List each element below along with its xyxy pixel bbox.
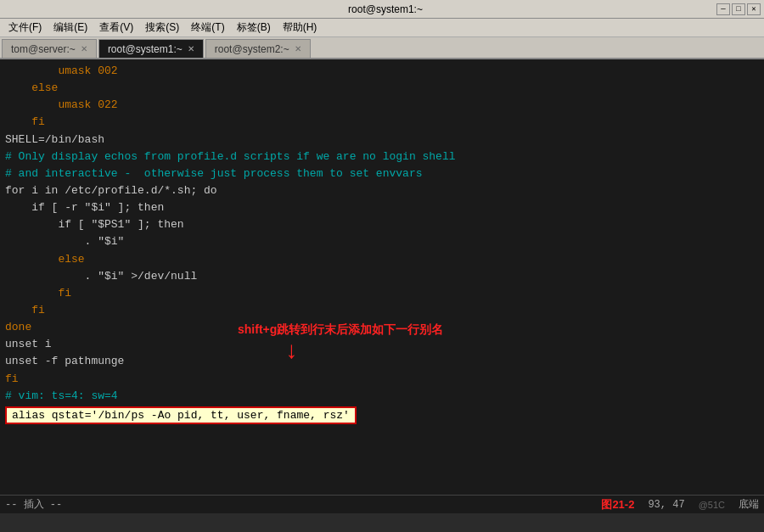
editor-mode: -- 插入 --: [5, 497, 62, 512]
code-line-19: unset -f pathmunge: [5, 353, 759, 370]
bottom-right: 图21-2 93, 47 @51C 底端: [601, 497, 759, 512]
tab-1[interactable]: root@system1:~✕: [98, 39, 204, 58]
tab-label-1: root@system1:~: [108, 43, 183, 55]
window-controls: ─ □ ✕: [716, 3, 761, 15]
tab-0[interactable]: tom@server:~✕: [2, 39, 97, 58]
menu-item-t[interactable]: 终端(T): [186, 19, 229, 36]
menu-item-f[interactable]: 文件(F): [3, 19, 47, 36]
bottom-side-label: 底端: [739, 497, 759, 512]
menu-item-b[interactable]: 标签(B): [232, 19, 276, 36]
code-line-7: # and interactive - otherwise just proce…: [5, 165, 759, 182]
menu-item-e[interactable]: 编辑(E): [48, 19, 93, 36]
tab-label-0: tom@server:~: [11, 43, 76, 55]
tab-close-0[interactable]: ✕: [81, 44, 87, 53]
tab-2[interactable]: root@system2:~✕: [205, 39, 311, 58]
code-line-2: umask 022: [5, 97, 759, 114]
maximize-button[interactable]: □: [732, 3, 745, 15]
tabs-bar: tom@server:~✕root@system1:~✕root@system2…: [0, 37, 764, 59]
highlighted-line: alias qstat='/bin/ps -Ao pid, tt, user, …: [5, 406, 357, 424]
code-line-8: for i in /etc/profile.d/*.sh; do: [5, 182, 759, 199]
watermark: @51C: [699, 500, 725, 510]
code-line-14: fi: [5, 285, 759, 302]
code-area: umask 002 else umask 022 fiSHELL=/bin/ba…: [0, 59, 764, 495]
menu-item-h[interactable]: 帮助(H): [278, 19, 323, 36]
minimize-button[interactable]: ─: [716, 3, 730, 15]
tab-close-1[interactable]: ✕: [188, 44, 194, 53]
bottom-bar: -- 插入 -- 图21-2 93, 47 @51C 底端: [0, 495, 764, 513]
code-line-18: unset i: [5, 336, 759, 353]
code-line-12: else: [5, 251, 759, 268]
code-line-10: if [ "$PS1" ]; then: [5, 216, 759, 233]
code-line-13: . "$i" >/dev/null: [5, 268, 759, 285]
code-line-0: umask 002: [5, 63, 759, 80]
window-title: root@system1:~: [54, 3, 716, 15]
title-bar: root@system1:~ ─ □ ✕: [0, 0, 764, 19]
code-line-9: if [ -r "$i" ]; then: [5, 199, 759, 216]
code-line-11: . "$i": [5, 233, 759, 250]
close-button[interactable]: ✕: [747, 3, 761, 15]
code-line-20: fi: [5, 371, 759, 388]
tab-label-2: root@system2:~: [215, 43, 289, 55]
code-line-1: else: [5, 80, 759, 97]
code-line-5: SHELL=/bin/bash: [5, 132, 759, 148]
code-line-15: fi: [5, 302, 759, 319]
code-line-21: # vim: ts=4: sw=4: [5, 388, 759, 405]
code-line-6: # Only display echos from profile.d scri…: [5, 148, 759, 165]
tab-close-2[interactable]: ✕: [295, 44, 301, 53]
cursor-position: 93, 47: [648, 499, 684, 511]
menu-bar: 文件(F)编辑(E)查看(V)搜索(S)终端(T)标签(B)帮助(H): [0, 19, 764, 37]
code-line-16: done: [5, 319, 759, 336]
code-line-3: fi: [5, 114, 759, 131]
terminal-wrapper: umask 002 else umask 022 fiSHELL=/bin/ba…: [0, 59, 764, 513]
menu-item-s[interactable]: 搜索(S): [140, 19, 184, 36]
highlighted-line-container: alias qstat='/bin/ps -Ao pid, tt, user, …: [5, 406, 759, 424]
menu-item-v[interactable]: 查看(V): [94, 19, 138, 36]
figure-label: 图21-2: [601, 497, 634, 512]
